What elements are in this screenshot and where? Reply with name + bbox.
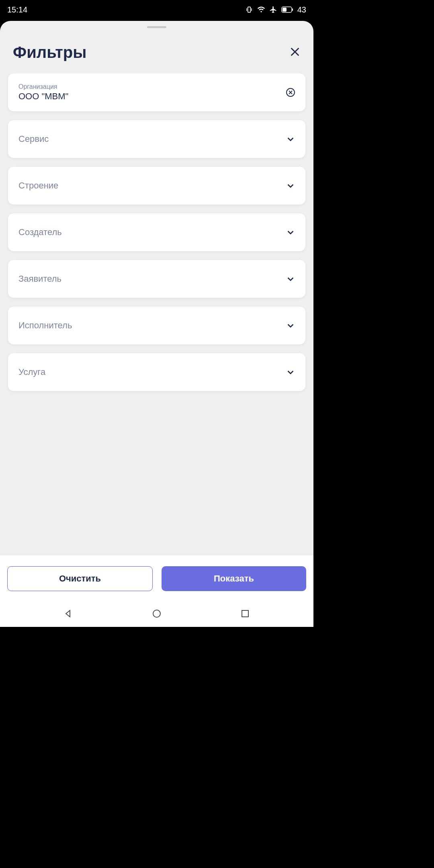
svg-rect-12: [242, 610, 248, 617]
svg-marker-10: [66, 610, 70, 617]
filters-sheet: Фильтры Организация ООО "МВМ" Сервис Стр…: [0, 21, 313, 602]
nav-home-icon: [152, 609, 162, 618]
filter-creator[interactable]: Создатель: [8, 213, 305, 251]
filter-building[interactable]: Строение: [8, 167, 305, 205]
wifi-icon: [257, 6, 265, 14]
show-button[interactable]: Показать: [162, 566, 306, 591]
close-button[interactable]: [289, 46, 301, 59]
filter-service[interactable]: Сервис: [8, 120, 305, 158]
vibrate-icon: [245, 6, 253, 14]
close-icon: [289, 46, 301, 57]
battery-percent: 43: [297, 5, 306, 14]
chevron-down-icon: [286, 181, 295, 190]
airplane-icon: [269, 6, 277, 14]
sheet-header: Фильтры: [0, 28, 313, 74]
filter-applicant[interactable]: Заявитель: [8, 260, 305, 298]
chevron-down-icon: [286, 228, 295, 237]
chevron-down-icon: [286, 321, 295, 330]
filter-label: Сервис: [18, 134, 49, 144]
filter-value: ООО "МВМ": [18, 91, 68, 102]
svg-rect-5: [292, 8, 293, 11]
status-time: 15:14: [7, 5, 27, 14]
nav-back-button[interactable]: [63, 609, 73, 620]
chevron-down-icon: [286, 274, 295, 283]
status-icons: 43: [245, 5, 306, 14]
nav-home-button[interactable]: [152, 609, 162, 620]
filter-label: Строение: [18, 180, 58, 191]
svg-rect-4: [283, 8, 287, 12]
svg-rect-0: [248, 7, 250, 12]
clear-field-button[interactable]: [286, 88, 295, 97]
filter-service-type[interactable]: Услуга: [8, 353, 305, 391]
clear-button[interactable]: Очистить: [7, 566, 153, 591]
battery-icon: [281, 6, 293, 13]
system-nav-bar: [0, 602, 313, 627]
chevron-down-icon: [286, 135, 295, 143]
filter-label: Услуга: [18, 367, 45, 377]
nav-recents-icon: [240, 609, 250, 618]
status-bar: 15:14 43: [0, 0, 313, 19]
action-bar: Очистить Показать: [0, 555, 313, 602]
nav-recents-button[interactable]: [240, 609, 250, 620]
chevron-down-icon: [286, 368, 295, 377]
nav-back-icon: [63, 609, 73, 618]
page-title: Фильтры: [13, 43, 86, 61]
filter-label: Исполнитель: [18, 320, 72, 331]
svg-point-11: [153, 610, 160, 617]
filter-label: Заявитель: [18, 274, 61, 284]
filter-organization[interactable]: Организация ООО "МВМ": [8, 74, 305, 111]
filter-executor[interactable]: Исполнитель: [8, 307, 305, 344]
filters-list: Организация ООО "МВМ" Сервис Строение Со…: [0, 74, 313, 602]
filter-label: Создатель: [18, 227, 62, 237]
filter-label: Организация: [18, 83, 68, 90]
clear-x-icon: [289, 90, 293, 94]
